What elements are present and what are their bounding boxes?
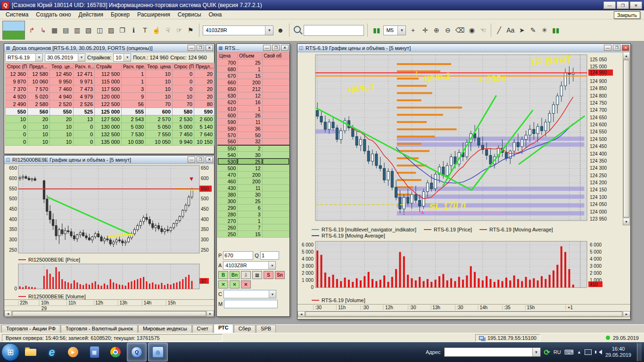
option-cell[interactable]: 7 450 [173, 131, 194, 138]
option-cell[interactable]: 10 030 [122, 138, 146, 146]
own-volume-cell[interactable] [262, 231, 289, 238]
option-cell[interactable]: 12 360 [6, 70, 28, 78]
option-cell[interactable]: 550 [50, 108, 74, 115]
zoom-out-icon[interactable]: ⊖ [442, 25, 453, 36]
price-cell[interactable]: 540 [218, 152, 238, 158]
keyboard-icon[interactable]: ⌨ [564, 348, 574, 356]
strike-cell[interactable]: 120 000 [95, 93, 122, 100]
option-cell[interactable]: 10 [146, 70, 173, 78]
sell-button[interactable]: Sп [275, 271, 285, 279]
scroll-left-icon[interactable]: ◄ [298, 312, 305, 317]
instrument-combo[interactable]: 4103Z8R ▼ [203, 25, 273, 35]
ri-volume-chart[interactable]: 037 [4, 263, 214, 294]
close-button[interactable]: ✕ [206, 45, 213, 51]
volume-cell[interactable]: 200 [238, 172, 262, 178]
order-book-row[interactable]: 38030 [218, 191, 289, 198]
option-cell[interactable]: 20 [194, 70, 215, 78]
price-cell[interactable]: 550 [218, 145, 238, 152]
rts-horizontal-scrollbar[interactable]: ◄ ► [297, 311, 630, 317]
option-cell[interactable]: 10 [146, 93, 173, 100]
menu-item-2[interactable]: Действия [75, 11, 107, 18]
own-volume-cell[interactable] [262, 66, 289, 73]
new-table-icon[interactable]: ▦ [49, 25, 60, 36]
option-cell[interactable]: 1 [122, 78, 146, 85]
option-cell[interactable]: 7 570 [28, 85, 50, 93]
option-row[interactable]: 010100132 5007 5307 5507 4507 640 [6, 131, 215, 138]
option-cell[interactable]: 10 150 [194, 138, 215, 146]
strike-cell[interactable]: 127 500 [95, 115, 122, 123]
start-button[interactable]: ⊞ [1, 343, 19, 361]
option-cell[interactable]: 0 [6, 138, 28, 146]
option-cell[interactable]: 560 [28, 108, 50, 115]
volume-cell[interactable]: 26 [238, 112, 262, 119]
hand-tool-icon[interactable]: ☜ [478, 25, 488, 36]
option-cell[interactable]: 10 [146, 85, 173, 93]
options-instrument-select[interactable]: RTS-6.19▼ [5, 53, 43, 62]
volume-cell[interactable]: 30 [238, 191, 262, 198]
price-cell[interactable]: 670 [218, 73, 238, 79]
open-table-icon[interactable]: ▤ [60, 25, 71, 36]
order-book-row[interactable]: 2803 [218, 211, 289, 218]
taskbar-app-ie[interactable]: e [42, 343, 62, 362]
order-book-table[interactable]: ЦенаОбъемСвой об700256801670156602006502… [217, 52, 289, 238]
option-cell[interactable]: 2 600 [194, 115, 215, 123]
workspace-tab-3[interactable]: Счет [192, 325, 213, 333]
volume-cell[interactable]: 25 [238, 198, 262, 205]
option-row[interactable]: 550560550525125 000555600580590 [6, 108, 215, 115]
own-volume-cell[interactable] [262, 165, 289, 172]
point-up-icon[interactable]: ☝ [151, 25, 162, 36]
options-column-header[interactable]: Спрос (П [173, 63, 194, 70]
workspace-tab-6[interactable]: SPB [256, 325, 276, 333]
option-cell[interactable]: 0 [6, 131, 28, 138]
option-cell[interactable]: 4 940 [50, 93, 74, 100]
own-volume-cell[interactable] [262, 145, 289, 152]
search-table-icon[interactable]: ◫ [94, 25, 105, 36]
minimize-button[interactable]: — [188, 156, 195, 163]
rts-price-chart[interactable]: 125 050125 000124 950124 900124 850124 8… [297, 52, 623, 225]
price-cell[interactable]: 700 [218, 59, 238, 66]
option-cell[interactable]: 20 [194, 93, 215, 100]
close-button[interactable]: ✕ [630, 1, 642, 9]
option-cell[interactable]: 9 971 [74, 78, 95, 85]
option-cell[interactable]: 600 [146, 108, 173, 115]
own-volume-cell[interactable] [262, 112, 289, 119]
rts-vertical-scrollbar[interactable]: ▲ ▼ [623, 52, 630, 225]
price-cell[interactable]: 460 [218, 178, 238, 185]
volume-cell[interactable]: 2 [238, 145, 262, 152]
option-row[interactable]: 12 36012 58012 45012 471112 500110020 [6, 70, 215, 78]
close-button[interactable]: ✕ [206, 156, 213, 163]
order-book-row[interactable]: 660200 [218, 79, 289, 86]
close-table-icon[interactable]: ▨ [106, 25, 116, 36]
scroll-right-icon[interactable]: ► [623, 312, 630, 317]
price-cell[interactable]: 290 [218, 205, 238, 211]
price-cell[interactable]: 630 [218, 92, 238, 99]
order-book-column-header[interactable]: Свой об [262, 52, 289, 59]
volume-cell[interactable]: 6 [238, 205, 262, 211]
address-input[interactable]: ▼ [444, 347, 541, 357]
order-book-column-header[interactable]: Объем [238, 52, 262, 59]
volume-cell[interactable]: 200 [238, 178, 262, 185]
own-volume-cell[interactable] [262, 92, 289, 99]
options-column-header[interactable]: Расч. пре... [122, 63, 146, 70]
menu-item-6[interactable]: Окна [205, 11, 226, 18]
send-order-icon[interactable]: ↱ [26, 25, 37, 36]
order-book-row[interactable]: 460200 [218, 178, 289, 185]
chevron-down-icon[interactable]: ▼ [268, 262, 275, 269]
refresh-icon[interactable]: ⟳ [544, 348, 550, 357]
close-button[interactable]: ✕ [281, 45, 289, 51]
option-cell[interactable]: 590 [194, 108, 215, 115]
volume-cell[interactable]: 12 [238, 92, 262, 99]
strike-cell[interactable]: 132 500 [95, 131, 122, 138]
own-volume-cell[interactable] [262, 172, 289, 178]
option-cell[interactable]: 10 [28, 138, 50, 146]
order-book-row[interactable]: 57050 [218, 132, 289, 139]
own-volume-cell[interactable] [262, 119, 289, 125]
rts-volume-chart[interactable]: 6 0006 0005 0005 0004 0004 0003 0003 000… [297, 239, 623, 297]
zoom-in-icon[interactable]: ⊕ [431, 25, 442, 36]
chevron-down-icon[interactable]: ▼ [124, 54, 131, 61]
price-cell[interactable]: 270 [218, 218, 238, 224]
volume-cell[interactable]: 15 [238, 231, 262, 238]
table-list-icon[interactable]: ▧ [83, 25, 94, 36]
volume-cell[interactable]: 50 [238, 132, 262, 139]
option-cell[interactable]: 10 [28, 123, 50, 131]
